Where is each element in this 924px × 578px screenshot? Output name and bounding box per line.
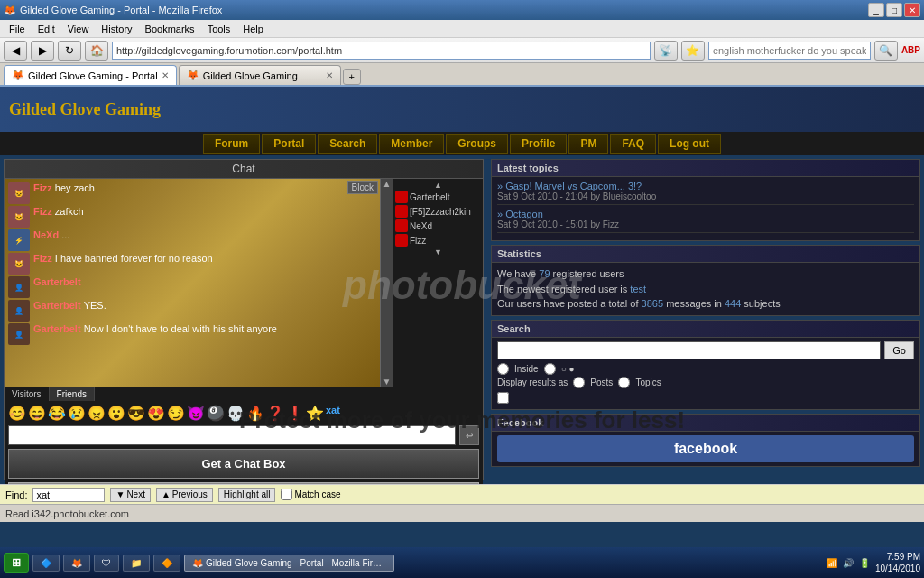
next-button[interactable]: ▼ Next [110,488,150,502]
scroll-sidebar-down[interactable]: ▼ [395,247,481,256]
find-input[interactable] [32,488,105,502]
user-icon [395,219,408,232]
emoji-14[interactable]: ❓ [266,405,284,422]
nav-logout[interactable]: Log out [658,134,721,154]
close-button[interactable]: ✕ [904,3,920,17]
taskbar-app-5[interactable]: 🔶 [153,555,180,572]
chat-user-nexd: NeXd [395,219,481,233]
nav-groups[interactable]: Groups [446,134,508,154]
maximize-button[interactable]: □ [886,3,902,17]
taskbar-app-4[interactable]: 📁 [123,555,150,572]
chat-send-back[interactable]: ↩ [459,425,479,445]
previous-button[interactable]: ▲ Previous [156,488,213,502]
tab-1[interactable]: 🦊 Gilded Glove Gaming - Portal ✕ [4,65,177,85]
adblock-button[interactable]: ABP [901,45,920,55]
tab-friends[interactable]: Friends [50,387,95,401]
match-case-checkbox[interactable] [281,489,292,500]
topic-link-2[interactable]: » Octagon [497,209,914,219]
new-tab-button[interactable]: + [343,69,361,85]
menu-help[interactable]: Help [237,22,269,36]
search-text-input[interactable] [497,341,881,359]
statistics-body: We have 79 registered users The newest r… [492,263,919,315]
tab-1-label: Gilded Glove Gaming - Portal [28,70,158,81]
topics-radio[interactable] [618,377,630,388]
taskbar-app-1[interactable]: 🔷 [32,555,60,572]
emoji-6[interactable]: 😮 [107,405,125,422]
emoji-16[interactable]: ⭐ [306,405,324,422]
emoji-10[interactable]: 😈 [187,405,205,422]
menu-history[interactable]: History [96,22,137,36]
statistics-section: Statistics We have 79 registered users T… [491,245,920,316]
tab-2[interactable]: 🦊 Gilded Glove Gaming ✕ [179,65,341,85]
home-button[interactable]: 🏠 [85,41,108,61]
nav-faq[interactable]: FAQ [610,134,656,154]
emoji-15[interactable]: ❗ [286,405,304,422]
bookmark-button[interactable]: ⭐ [681,41,705,61]
topic-meta-1: Sat 9 Oct 2010 - 21:04 by Blueiscooltoo [497,191,914,201]
rss-button[interactable]: 📡 [654,41,678,61]
chat-text-input[interactable] [8,425,456,445]
emoji-1[interactable]: 😊 [8,405,26,422]
search-inside-radio[interactable] [497,363,509,375]
scroll-up[interactable]: ▲ [383,179,392,189]
menu-tools[interactable]: Tools [202,22,236,36]
scroll-sidebar[interactable]: ▲ [395,181,481,190]
nav-pm[interactable]: PM [568,134,608,154]
message-row: 👤 Garterbelt Now I don't have to deal wi… [8,323,376,345]
emoji-9[interactable]: 😏 [167,405,185,422]
emoji-8[interactable]: 😍 [147,405,165,422]
search-go-button[interactable]: Go [884,341,914,359]
nav-member[interactable]: Member [379,134,444,154]
emoji-3[interactable]: 😂 [48,405,66,422]
scroll-down[interactable]: ▼ [383,377,392,387]
nav-profile[interactable]: Profile [510,134,567,154]
browser-icon: 🦊 [4,5,16,16]
emoji-4[interactable]: 😢 [68,405,86,422]
latest-topics-header: Latest topics [492,160,919,177]
search-checkbox[interactable] [497,392,509,404]
get-chat-box-button[interactable]: Get a Chat Box [8,449,479,479]
emoji-5[interactable]: 😠 [88,405,106,422]
menu-bookmarks[interactable]: Bookmarks [140,22,200,36]
tab-visitors[interactable]: Visitors [5,387,50,401]
block-button[interactable]: Block [347,181,378,194]
chat-user-fizz: Fizz [395,233,481,247]
highlight-button[interactable]: Highlight all [218,488,276,502]
search-button[interactable]: 🔍 [874,41,898,61]
start-button[interactable]: ⊞ [4,553,29,573]
nav-forum[interactable]: Forum [203,134,260,154]
inside-label: Inside [514,364,539,374]
facebook-widget[interactable]: facebook [497,435,914,462]
message-row: ⚡ NeXd ... [8,229,376,251]
address-bar[interactable]: http://gildedglovegaming.forumotion.com/… [112,42,651,60]
emoji-11[interactable]: 🎱 [207,405,225,422]
tab-1-close[interactable]: ✕ [162,70,169,80]
firefox-taskbar-item[interactable]: 🦊 Gilded Glove Gaming - Portal - Mozilla… [184,555,394,572]
posts-radio[interactable] [573,377,585,388]
xat-label[interactable]: xat [326,405,340,422]
nav-search[interactable]: Search [318,134,377,154]
sign-out-button[interactable]: Sign Out [8,482,479,484]
search-input[interactable] [708,42,871,60]
back-button[interactable]: ◀ [4,41,27,61]
taskbar-app-2[interactable]: 🦊 [63,555,90,572]
minimize-button[interactable]: _ [868,3,884,17]
refresh-button[interactable]: ↻ [58,41,81,61]
emoji-13[interactable]: 🔥 [246,405,264,422]
menu-file[interactable]: File [4,22,31,36]
msg-avatar: 👤 [8,300,30,322]
search-outside-radio[interactable] [544,363,556,375]
topic-meta-2: Sat 9 Oct 2010 - 15:01 by Fizz [497,219,914,229]
emoji-2[interactable]: 😄 [28,405,46,422]
taskbar-app-3[interactable]: 🛡 [94,555,119,572]
chat-scrollbar[interactable]: ▲ ▼ [380,179,393,387]
right-panel: Latest topics » Gasp! Marvel vs Capcom..… [487,155,924,484]
menu-edit[interactable]: Edit [32,22,60,36]
emoji-12[interactable]: 💀 [226,405,245,422]
tab-2-close[interactable]: ✕ [326,70,333,80]
topic-link-1[interactable]: » Gasp! Marvel vs Capcom... 3!? [497,181,914,191]
menu-view[interactable]: View [62,22,95,36]
emoji-7[interactable]: 😎 [127,405,145,422]
forward-button[interactable]: ▶ [31,41,54,61]
nav-portal[interactable]: Portal [262,134,316,154]
